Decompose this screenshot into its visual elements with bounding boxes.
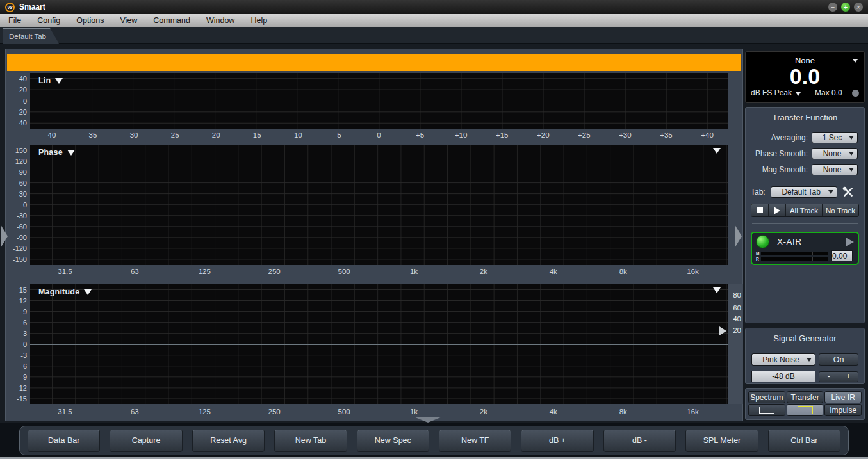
title-bar: v8 Smaart − + × [0,0,868,14]
tab-select[interactable]: Default Tab [771,186,837,198]
level-increase-button[interactable]: + [839,372,858,382]
generator-level-display[interactable]: -48 dB [751,371,815,382]
bottom-bar-button[interactable]: Data Bar [28,430,100,452]
magnitude-plot[interactable]: Magnitude [30,284,728,404]
menu-item[interactable]: Options [70,16,114,25]
play-button[interactable] [769,204,786,216]
all-track-button[interactable]: All Track [786,204,823,216]
meter-source-select[interactable]: None [746,52,864,65]
bottom-bar-button[interactable]: dB + [521,430,593,452]
tab-default-tab[interactable]: Default Tab [3,28,59,44]
mode-tabs-panel: Spectrum Transfer Live IR Impulse [745,388,865,420]
impulse-button[interactable]: Impulse [824,404,862,416]
tick-label: -5 [317,129,358,141]
tick-label: 125 [170,265,240,278]
lin-title-label: Lin [38,76,51,85]
split-pane-view-button[interactable] [787,404,824,416]
tick-label: 3 [6,328,27,339]
lin-plot[interactable]: Lin [30,73,728,129]
tick-label: 40 [733,315,741,323]
tab-settings-button[interactable] [841,186,855,198]
lin-y-axis: 40200-20-40 [6,73,27,129]
lin-chart-title[interactable]: Lin [38,76,63,85]
phase-smooth-label: Phase Smooth: [755,149,808,158]
zoom-button[interactable]: + [841,3,850,12]
coherence-scale-marker-icon[interactable] [719,326,726,335]
phase-plot[interactable]: Phase [30,145,728,265]
bottom-bar-button[interactable]: dB - [603,430,676,452]
tick-label: +10 [441,129,482,141]
tab-spectrum[interactable]: Spectrum [748,391,785,403]
stop-button[interactable] [751,204,769,216]
generator-on-button[interactable]: On [819,353,858,366]
minimize-button[interactable]: − [828,3,837,12]
bottom-bar-button[interactable]: Reset Avg [192,430,265,452]
control-panel: None 0.0 dB FS Peak Max 0.0 Transfer Fun… [745,49,866,423]
tick-label: 63 [100,405,170,418]
menu-item[interactable]: Window [201,16,245,25]
close-button[interactable]: × [854,3,863,12]
generator-type-value: Pink Noise [755,355,807,364]
bottom-bar-button[interactable]: Capture [110,430,182,452]
panel-title: Transfer Function [746,108,864,122]
chevron-down-icon [853,59,858,63]
phase-cursor-marker-icon[interactable] [713,148,721,154]
collapse-left-handle[interactable] [1,225,8,248]
collapse-bottom-handle[interactable] [414,417,442,423]
averaging-value: 1 Sec [815,133,849,142]
menu-item[interactable]: Command [147,16,201,25]
menu-item[interactable]: File [3,16,31,25]
tab-live-ir[interactable]: Live IR [824,391,862,403]
tick-label: +30 [605,129,646,141]
tick-label: -20 [194,129,235,141]
level-stepper: - + [819,371,858,382]
chevron-down-icon [807,358,812,362]
tick-label: 12 [6,295,27,306]
tick-label: 2k [448,265,518,278]
bottom-bar-button[interactable]: SPL Meter [685,430,758,452]
bottom-bar-button[interactable]: Ctrl Bar [768,430,840,452]
tab-transfer[interactable]: Transfer [787,391,824,403]
menu-item[interactable]: Help [245,16,277,25]
tick-label: 31.5 [30,405,100,418]
phase-smooth-select[interactable]: None [812,148,858,159]
bottom-bar-button[interactable]: New Tab [274,430,347,452]
tick-label: 0 [6,339,27,350]
tick-label: +15 [482,129,523,141]
meter-unit-select[interactable]: dB FS Peak [751,88,792,97]
chevron-down-icon [55,78,63,84]
chevron-down-icon [84,289,92,295]
play-icon[interactable] [846,238,854,246]
bottom-bar-button[interactable]: New TF [439,430,511,452]
stop-icon [757,207,763,213]
tick-label: +20 [523,129,564,141]
tick-label: 90 [6,166,27,177]
meter-max-label: Max 0.0 [815,88,842,97]
averaging-select[interactable]: 1 Sec [812,132,858,143]
tick-label: 6 [6,317,27,328]
bottom-bar-button[interactable]: New Spec [357,430,429,452]
no-track-button[interactable]: No Track [823,204,858,216]
tick-label: 30 [6,188,27,199]
menu-item[interactable]: Config [31,16,70,25]
tick-label: 20 [6,84,27,95]
window-title: Smaart [19,3,45,12]
phase-chart-title[interactable]: Phase [38,148,75,157]
mag-smooth-select[interactable]: None [812,164,858,175]
level-decrease-button[interactable]: - [819,372,839,382]
delay-value-field[interactable]: 0.00 [831,250,853,261]
meter-value: 0.0 [746,65,864,87]
signal-group-xair[interactable]: X-AIR M R 0.00 [751,232,859,265]
chevron-down-icon [67,150,75,156]
magnitude-chart-title[interactable]: Magnitude [38,287,92,296]
magnitude-cursor-marker-icon[interactable] [713,287,721,293]
phase-smooth-value: None [815,149,849,158]
meter-source-value: None [795,56,815,65]
tick-label: 500 [309,405,379,418]
collapse-right-handle[interactable] [735,225,742,248]
menu-item[interactable]: View [114,16,147,25]
tick-label: 8k [588,405,658,418]
generator-type-select[interactable]: Pink Noise [751,353,815,366]
tick-label: 0 [6,95,27,106]
single-pane-view-button[interactable] [748,404,785,416]
